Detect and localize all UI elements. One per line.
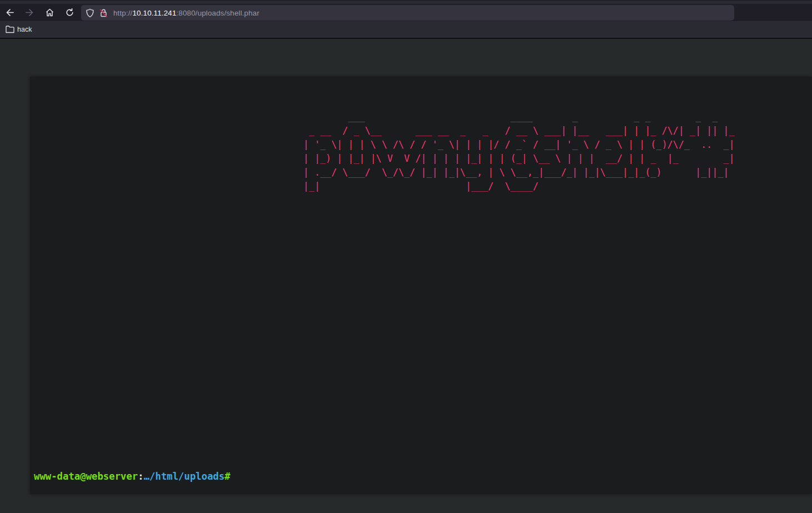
back-icon	[5, 8, 14, 17]
url-bar[interactable]: http://10.10.11.241:8080/uploads/shell.p…	[81, 5, 734, 21]
url-host: 10.10.11.241	[132, 9, 176, 17]
shell-prompt: www-data@webserver:…/html/uploads#	[34, 469, 230, 484]
shell-terminal[interactable]: ___ ____ _ _ _ _ _ _ __ / _ \__ ___ __ _…	[30, 77, 812, 494]
folder-icon	[6, 26, 14, 33]
home-icon	[45, 8, 54, 17]
home-button[interactable]	[41, 5, 58, 21]
url-text: http://10.10.11.241:8080/uploads/shell.p…	[113, 9, 259, 17]
bookmark-label: hack	[17, 26, 32, 33]
forward-icon	[25, 8, 34, 17]
prompt-symbol: #	[224, 471, 230, 482]
prompt-cwd: …/html/uploads	[144, 471, 225, 482]
bookmark-folder-hack[interactable]: hack	[3, 24, 34, 34]
insecure-lock-icon[interactable]	[99, 8, 108, 18]
tracking-protection-shield-icon[interactable]	[86, 8, 94, 18]
url-protocol: http://	[113, 9, 132, 17]
back-button[interactable]	[1, 5, 18, 21]
reload-button[interactable]	[61, 5, 78, 21]
navigation-toolbar: http://10.10.11.241:8080/uploads/shell.p…	[0, 4, 812, 21]
bookmarks-toolbar: hack	[0, 21, 812, 39]
reload-icon	[65, 8, 74, 17]
prompt-user-host: www-data@webserver	[34, 471, 138, 482]
page-content: ___ ____ _ _ _ _ _ _ __ / _ \__ ___ __ _…	[0, 40, 812, 513]
prompt-separator: :	[138, 471, 143, 482]
url-path: :8080/uploads/shell.phar	[177, 9, 260, 17]
forward-button[interactable]	[21, 5, 38, 21]
window-top-strip	[0, 0, 812, 4]
p0wny-shell-ascii-logo: ___ ____ _ _ _ _ _ _ __ / _ \__ ___ __ _…	[303, 110, 735, 193]
